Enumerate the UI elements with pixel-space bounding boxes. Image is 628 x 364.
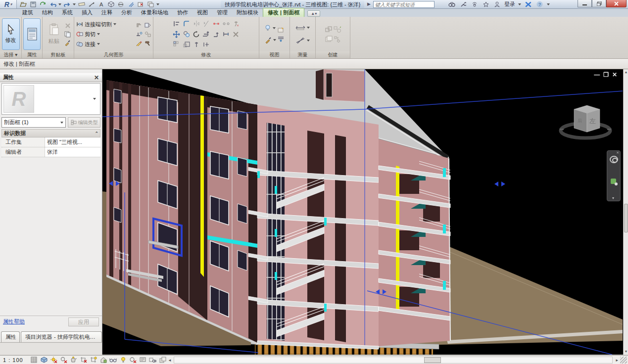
help-search-input[interactable] xyxy=(373,1,435,8)
switch-join-order-icon[interactable] xyxy=(144,31,151,38)
help-dropdown[interactable] xyxy=(547,3,550,5)
panel-label-modify[interactable]: 修改 xyxy=(153,51,259,58)
3d-model-canvas[interactable]: 后 左 xyxy=(102,69,623,355)
search-expand-icon[interactable]: ▶ xyxy=(367,1,371,6)
tab-architecture[interactable]: 建筑 xyxy=(18,8,38,17)
type-selector-dropdown[interactable] xyxy=(60,122,63,124)
copy-element-icon[interactable] xyxy=(183,31,190,38)
shadows-icon[interactable] xyxy=(60,356,68,364)
properties-help-link[interactable]: 属性帮助 xyxy=(3,318,25,325)
scroll-up-icon[interactable]: ▲ xyxy=(624,70,628,75)
sign-in-person-icon[interactable] xyxy=(493,0,501,8)
join-geometry-button[interactable]: 连接 xyxy=(76,39,135,49)
delete-element-icon[interactable] xyxy=(232,31,240,38)
move-icon[interactable] xyxy=(173,31,180,38)
default-3d-view-icon[interactable] xyxy=(107,0,115,8)
tab-systems[interactable]: 系统 xyxy=(57,8,77,17)
delete-icon[interactable] xyxy=(64,22,71,30)
displacement-sets-icon[interactable] xyxy=(159,356,167,364)
tab-structure[interactable]: 结构 xyxy=(38,8,57,17)
hscroll-left-icon[interactable]: ◂ xyxy=(169,358,171,363)
dimension-button[interactable] xyxy=(295,36,310,46)
hide-elements-button[interactable] xyxy=(265,23,276,33)
trim-single-icon[interactable] xyxy=(222,31,230,38)
switch-windows-icon[interactable] xyxy=(146,0,155,8)
trim-corner-icon[interactable] xyxy=(212,31,220,38)
section-icon[interactable] xyxy=(117,0,125,8)
offset-icon[interactable] xyxy=(202,31,210,38)
worksharing-display-icon[interactable] xyxy=(129,356,137,364)
undo-icon[interactable] xyxy=(48,0,57,8)
restore-button[interactable] xyxy=(592,0,606,7)
application-menu-button[interactable]: R▾ xyxy=(0,0,17,8)
hscroll-right-icon[interactable]: ▸ xyxy=(616,358,618,363)
sign-in-dropdown[interactable] xyxy=(518,3,521,5)
navbar-close-icon[interactable]: ✕ xyxy=(616,151,619,155)
rendering-dialog-icon[interactable] xyxy=(70,356,78,364)
vertical-scrollbar[interactable]: ▲ ▼ xyxy=(623,69,628,355)
tab-manage[interactable]: 管理 xyxy=(212,8,232,17)
view-cube-side-label[interactable]: 后 xyxy=(578,118,582,123)
scale-icon[interactable] xyxy=(183,41,190,48)
vertical-scroll-thumb[interactable] xyxy=(624,204,628,232)
sync-icon[interactable] xyxy=(39,0,47,8)
help-icon[interactable]: ? xyxy=(535,0,544,8)
detail-level-icon[interactable] xyxy=(30,356,38,364)
temporary-hide-isolate-icon[interactable] xyxy=(109,356,117,364)
tab-view[interactable]: 视图 xyxy=(193,8,212,17)
edit-type-button[interactable]: 编辑类型 xyxy=(68,117,100,128)
exchange-apps-icon[interactable] xyxy=(524,0,532,8)
trim-multiple-icon[interactable] xyxy=(202,41,210,48)
create-parts-icon[interactable] xyxy=(325,35,333,43)
tab-contextual-section-box[interactable]: 修改 | 剖面框 xyxy=(263,8,304,17)
subscription-wrench-icon[interactable] xyxy=(459,0,467,8)
create-similar-icon[interactable] xyxy=(334,26,341,33)
undo-dropdown[interactable] xyxy=(58,3,61,5)
resize-grip[interactable] xyxy=(620,357,627,364)
type-selector[interactable]: 剖面框 (1) xyxy=(1,117,66,128)
property-row-edited-by[interactable]: 编辑者 张洋 xyxy=(1,147,100,157)
crop-view-icon[interactable] xyxy=(80,356,88,364)
render-in-cloud-icon[interactable] xyxy=(277,26,285,33)
section-collapse-icon[interactable]: ⌃ xyxy=(95,131,98,136)
ribbon-collapse-button[interactable]: ▲▾ xyxy=(307,10,320,17)
cut-geometry-button[interactable]: 剪切 xyxy=(76,29,135,39)
create-assembly-icon[interactable] xyxy=(334,35,341,43)
identity-data-section-header[interactable]: 标识数据 ⌃ xyxy=(1,129,100,137)
tab-project-browser[interactable]: 项目浏览器 - 技师学院机电培训... xyxy=(21,331,102,342)
tab-insert[interactable]: 插入 xyxy=(77,8,97,17)
measure-icon[interactable] xyxy=(77,0,86,8)
steering-wheel-icon[interactable] xyxy=(610,156,618,163)
crop-region-icon[interactable] xyxy=(90,356,97,364)
override-graphics-button[interactable] xyxy=(265,35,276,45)
horizontal-scroll-thumb[interactable] xyxy=(424,357,441,363)
save-icon[interactable] xyxy=(29,0,37,8)
panel-label-measure[interactable]: 测量 xyxy=(290,51,315,58)
close-hidden-windows-icon[interactable] xyxy=(137,0,145,8)
tab-addins[interactable]: 附加模块 xyxy=(232,8,263,17)
sun-path-icon[interactable] xyxy=(50,356,58,364)
open-icon[interactable] xyxy=(19,0,27,8)
paste-button[interactable]: 粘贴 xyxy=(45,18,63,50)
mirror-axis-icon[interactable] xyxy=(193,20,200,28)
tab-analyze[interactable]: 分析 xyxy=(117,8,137,17)
zoom-tool-icon[interactable] xyxy=(611,179,616,184)
mirror-line-icon[interactable] xyxy=(202,20,210,28)
thin-lines-icon[interactable] xyxy=(127,0,135,8)
horizontal-scrollbar[interactable] xyxy=(174,357,613,364)
text-icon[interactable]: A xyxy=(97,0,105,8)
qat-customize-dropdown[interactable] xyxy=(156,3,159,5)
create-group-icon[interactable] xyxy=(325,26,333,33)
unpin-icon[interactable] xyxy=(232,20,240,28)
scroll-down-icon[interactable]: ▼ xyxy=(624,349,628,354)
search-binoculars-icon[interactable] xyxy=(447,0,456,8)
tab-properties[interactable]: 属性 xyxy=(1,331,20,342)
match-type-brush-icon[interactable] xyxy=(64,39,71,46)
reveal-hidden-elements-icon[interactable] xyxy=(119,356,127,364)
panel-label-create[interactable]: 创建 xyxy=(316,51,350,58)
copy-icon[interactable] xyxy=(64,31,71,38)
visual-style-icon[interactable] xyxy=(40,356,48,364)
temporary-view-properties-icon[interactable] xyxy=(139,356,147,364)
communication-center-icon[interactable] xyxy=(470,0,479,8)
rotate-icon[interactable] xyxy=(193,31,200,38)
